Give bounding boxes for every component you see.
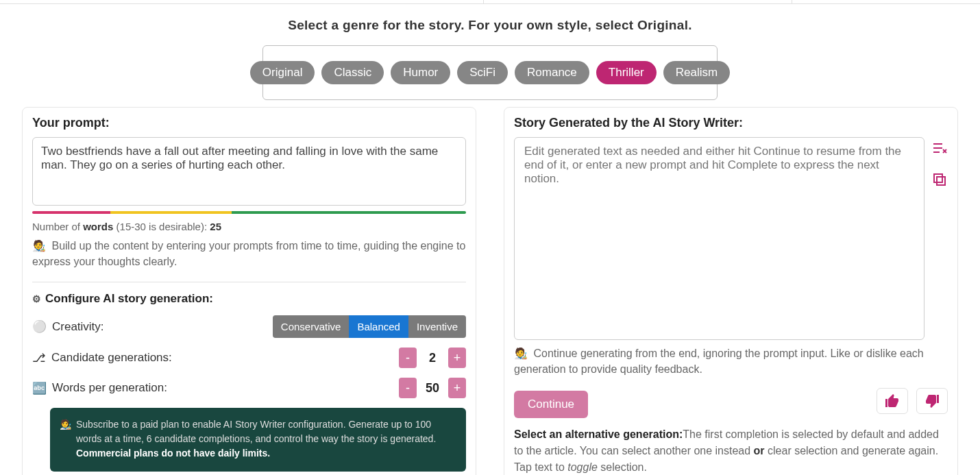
creativity-label: Creativity: (52, 320, 104, 334)
creativity-segmented: ConservativeBalancedInventive (273, 315, 466, 338)
candidate-row: ⎇ Candidate generations: - 2 + (32, 348, 466, 368)
genre-chip-thriller[interactable]: Thriller (596, 61, 657, 84)
top-tab-strip (0, 0, 980, 4)
creativity-row: ⚪ Creativity: ConservativeBalancedInvent… (32, 315, 466, 338)
genre-chip-original[interactable]: Original (250, 61, 315, 84)
creativity-option-inventive[interactable]: Inventive (408, 315, 466, 338)
artist-emoji-icon: 🧑‍🎨 (514, 348, 528, 359)
story-output[interactable] (514, 137, 924, 340)
artist-emoji-icon: 🧑‍🎨 (60, 417, 71, 432)
config-heading: ⚙ Configure AI story generation: (32, 292, 466, 306)
prompt-panel: Your prompt: Number of words (15-30 is d… (22, 107, 476, 475)
gear-icon: ⚙ (32, 293, 41, 304)
genre-chip-humor[interactable]: Humor (391, 61, 450, 84)
words-stepper: - 50 + (399, 378, 466, 398)
clear-lines-icon[interactable] (931, 140, 948, 159)
creativity-option-balanced[interactable]: Balanced (349, 315, 408, 338)
words-plus-button[interactable]: + (448, 378, 466, 398)
words-value: 50 (424, 381, 441, 395)
alternative-generation-help: Select an alternative generation:The fir… (514, 426, 948, 475)
genre-chip-realism[interactable]: Realism (663, 61, 730, 84)
story-title: Story Generated by the AI Story Writer: (514, 116, 948, 130)
genre-chip-classic[interactable]: Classic (321, 61, 384, 84)
upsell-banner: 🧑‍🎨 Subscribe to a paid plan to enable A… (50, 408, 466, 472)
candidate-label: Candidate generations: (51, 351, 172, 365)
tab-3[interactable] (792, 0, 980, 3)
tab-1[interactable] (0, 0, 483, 3)
thumbs-down-button[interactable] (916, 388, 948, 414)
creativity-option-conservative[interactable]: Conservative (273, 315, 350, 338)
tab-2[interactable] (483, 0, 792, 3)
genre-picker: OriginalClassicHumorSciFiRomanceThriller… (262, 45, 718, 100)
word-count-label: Number of words (15-30 is desirable): 25 (32, 221, 466, 232)
candidate-stepper: - 2 + (399, 348, 466, 368)
svg-rect-6 (934, 174, 942, 182)
candidate-minus-button[interactable]: - (399, 348, 417, 368)
prompt-title: Your prompt: (32, 116, 466, 130)
genre-instruction: Select a genre for the story. For your o… (0, 18, 980, 33)
artist-emoji-icon: 🧑‍🎨 (32, 240, 46, 252)
thumbs-up-button[interactable] (877, 388, 908, 414)
abcd-icon: 🔤 (32, 381, 47, 395)
divider (32, 282, 466, 282)
candidate-plus-button[interactable]: + (448, 348, 466, 368)
words-row: 🔤 Words per generation: - 50 + (32, 378, 466, 398)
sparkle-icon: ⚪ (32, 319, 47, 334)
word-count-bar (32, 211, 466, 214)
story-panel: Story Generated by the AI Story Writer: (504, 107, 958, 475)
candidate-value: 2 (424, 351, 441, 365)
svg-rect-5 (937, 177, 945, 185)
prompt-input[interactable] (32, 137, 466, 206)
copy-icon[interactable] (931, 171, 948, 191)
words-label: Words per generation: (52, 381, 167, 395)
genre-chip-scifi[interactable]: SciFi (457, 61, 508, 84)
words-minus-button[interactable]: - (399, 378, 417, 398)
prompt-hint: 🧑‍🎨 Build up the content by entering you… (32, 238, 466, 269)
genre-chip-romance[interactable]: Romance (515, 61, 589, 84)
continue-hint: 🧑‍🎨 Continue generating from the end, ig… (514, 345, 948, 377)
branch-icon: ⎇ (32, 351, 46, 365)
continue-button[interactable]: Continue (514, 391, 588, 418)
